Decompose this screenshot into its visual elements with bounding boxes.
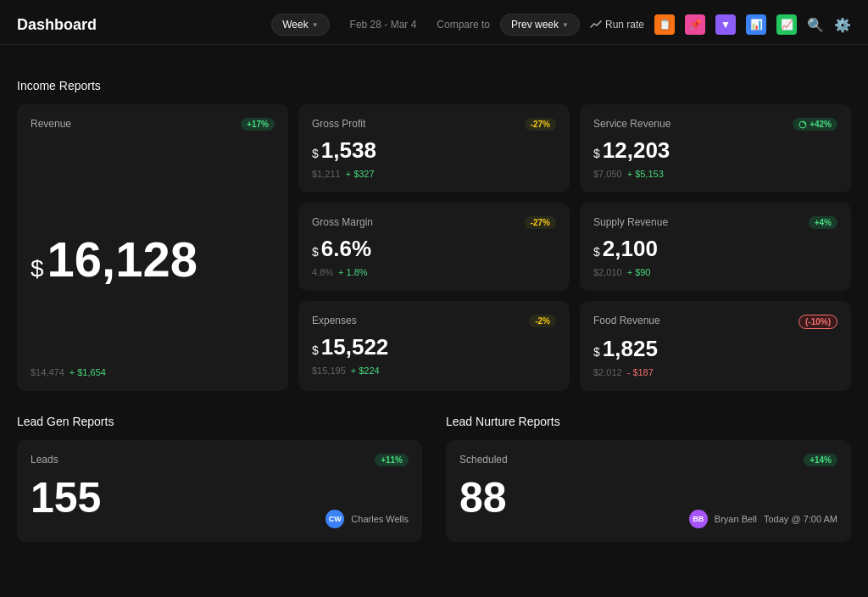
spr-prev: $2,010 [593,267,622,277]
sr-prev: $7,050 [593,169,622,179]
exp-prev: $15,195 [312,365,346,376]
gross-margin-card: Gross Margin -27% $ 6.6% 4.8% + 1.8% [298,203,570,291]
header: Dashboard Week ▼ Feb 28 - Mar 4 Compare … [0,0,868,44]
gross-margin-value: $ 6.6% [312,236,556,262]
gm-change: + 1.8% [338,267,368,277]
sr-number: 12,203 [603,137,670,164]
food-revenue-label: Food Revenue [593,315,660,326]
sr-dollar: $ [593,147,600,160]
expenses-sub: $15,195 + $224 [312,365,556,376]
app-icon-purple[interactable]: ▼ [715,14,736,35]
food-revenue-sub: $2,012 - $187 [593,367,837,377]
spr-number: 2,100 [603,236,658,262]
gross-margin-label: Gross Margin [312,216,373,228]
prev-week-selector[interactable]: Prev week ▼ [500,14,580,36]
lead-sections-row: Lead Gen Reports Leads +11% 155 CW Charl… [17,415,851,542]
expenses-label: Expenses [312,315,357,326]
search-icon[interactable]: 🔍 [807,17,824,33]
expenses-badge: -2% [529,315,556,327]
revenue-badge: +17% [241,118,275,131]
app-icon-green[interactable]: 📈 [776,14,797,35]
income-grid: Revenue +17% $ 16,128 $14,474 + $1,654 G… [17,104,851,391]
gross-margin-sub: 4.8% + 1.8% [312,267,556,277]
scheduled-label: Scheduled [459,454,508,466]
gross-profit-sub: $1,211 + $327 [312,169,556,179]
service-revenue-header: Service Revenue +42% [593,118,837,131]
fr-number: 1,825 [603,336,658,362]
sr-change: + $5,153 [627,169,664,179]
service-revenue-card: Service Revenue +42% $ 12,203 $7,050 + $… [580,104,851,192]
exp-number: 15,522 [321,334,389,360]
gp-number: 1,538 [321,137,376,164]
gross-margin-badge: -27% [525,216,556,229]
revenue-card-header: Revenue +17% [31,118,275,131]
supply-revenue-label: Supply Revenue [593,216,668,228]
exp-dollar: $ [312,343,319,357]
scheduled-avatar-name: Bryan Bell [715,514,757,524]
income-section-title: Income Reports [17,79,851,92]
trend-icon [590,19,602,31]
leads-badge: +11% [375,454,409,466]
chevron-down-icon: ▼ [312,21,319,29]
gross-margin-header: Gross Margin -27% [312,216,556,229]
gross-profit-badge: -27% [525,118,556,131]
gm-prev: 4.8% [312,267,333,277]
exp-change: + $224 [351,365,380,376]
gp-change: + $327 [346,169,375,179]
app-icon-blue[interactable]: 📊 [746,14,766,35]
food-revenue-header: Food Revenue (-10%) [593,315,837,329]
date-range: Feb 28 - Mar 4 [340,14,427,35]
scheduled-badge: +14% [804,454,837,466]
leads-card-header: Leads +11% [31,454,409,466]
food-revenue-card: Food Revenue (-10%) $ 1,825 $2,012 - $18… [580,301,851,391]
fr-prev: $2,012 [593,367,622,377]
week-selector[interactable]: Week ▼ [271,14,329,36]
spr-dollar: $ [593,245,600,259]
fr-change: - $187 [627,367,654,377]
revenue-change: + $1,654 [70,367,106,377]
leads-avatar: CW [326,510,344,528]
gross-profit-header: Gross Profit -27% [312,118,556,131]
compare-label: Compare to [437,19,490,31]
revenue-dollar: $ [31,255,44,282]
expenses-card: Expenses -2% $ 15,522 $15,195 + $224 [298,301,570,391]
gp-prev: $1,211 [312,169,341,179]
leads-avatar-name: Charles Wells [351,514,409,524]
app-icon-pink[interactable]: 📌 [685,14,705,35]
revenue-card: Revenue +17% $ 16,128 $14,474 + $1,654 [17,104,288,391]
revenue-sub: $14,474 + $1,654 [31,367,275,377]
supply-revenue-value: $ 2,100 [593,236,837,262]
service-revenue-value: $ 12,203 [593,137,837,164]
gear-icon[interactable]: ⚙️ [834,17,851,33]
service-revenue-label: Service Revenue [593,118,670,130]
run-rate-button[interactable]: Run rate [590,19,644,31]
spr-change: + $90 [627,267,651,277]
revenue-value: $ 16,128 [31,235,275,284]
leads-label: Leads [31,454,58,466]
gm-number: 6.6% [321,236,371,262]
revenue-label: Revenue [31,118,71,130]
scheduled-card: Scheduled +14% 88 BB Bryan Bell Today @ … [446,440,851,542]
revenue-prev: $14,474 [31,367,64,377]
expenses-header: Expenses -2% [312,315,556,327]
supply-revenue-card: Supply Revenue +4% $ 2,100 $2,010 + $90 [580,203,851,291]
gross-profit-label: Gross Profit [312,118,365,130]
app-icon-orange[interactable]: 📋 [654,14,675,35]
gross-profit-value: $ 1,538 [312,137,556,164]
lead-gen-section: Lead Gen Reports Leads +11% 155 CW Charl… [17,415,422,542]
scheduled-time: Today @ 7:00 AM [764,514,837,524]
fr-dollar: $ [593,345,600,359]
header-divider [0,44,868,45]
supply-revenue-badge: +4% [809,216,837,229]
lead-nurture-title: Lead Nurture Reports [446,415,851,428]
page-title: Dashboard [17,16,97,34]
service-revenue-sub: $7,050 + $5,153 [593,169,837,179]
food-revenue-value: $ 1,825 [593,336,837,362]
service-revenue-badge: +42% [793,118,837,131]
supply-revenue-header: Supply Revenue +4% [593,216,837,229]
food-revenue-badge: (-10%) [798,315,837,329]
refresh-icon [798,120,807,129]
header-right: Week ▼ Feb 28 - Mar 4 Compare to Prev we… [271,14,851,36]
scheduled-avatar: BB [689,510,708,528]
lead-gen-title: Lead Gen Reports [17,415,422,428]
